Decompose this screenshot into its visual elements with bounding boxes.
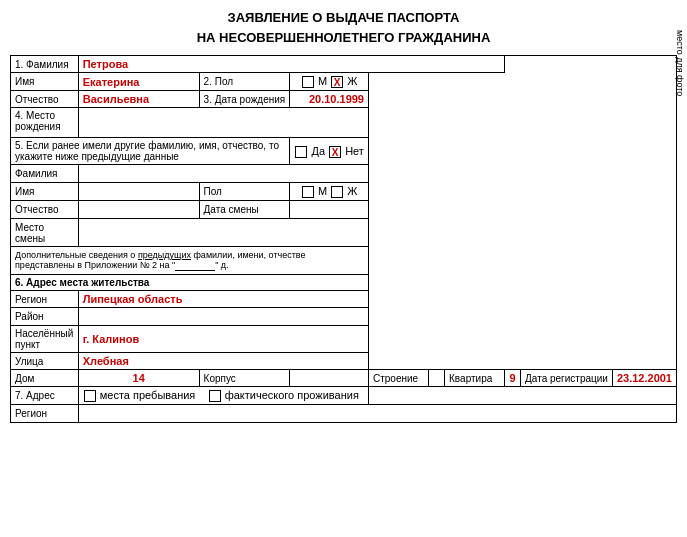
page: место для фото ЗАЯВЛЕНИЕ О ВЫДАЧЕ ПАСПОР…	[0, 0, 687, 431]
ulitsa-label: Улица	[11, 353, 79, 370]
pol-m-label: М	[318, 75, 327, 87]
additional-note-text2: " д.	[215, 260, 228, 270]
stroenie-value	[429, 370, 445, 387]
prev-names-label: 5. Если ранее имели другие фамилию, имя,…	[11, 138, 290, 165]
korpus-value	[290, 370, 369, 387]
table-row: 4. Место рождения	[11, 108, 677, 138]
table-row: Отчество Дата смены	[11, 201, 677, 219]
dob-value: 20.10.1999	[290, 91, 369, 108]
mesta-prebyvaniya-checkbox	[84, 390, 96, 402]
fakt-prozhivaniya-checkbox	[209, 390, 221, 402]
address-label: 6. Адрес места жительства	[11, 275, 369, 291]
dom-label: Дом	[11, 370, 79, 387]
region2-value	[78, 405, 676, 423]
region-label: Регион	[11, 291, 79, 308]
table-row: 5. Если ранее имели другие фамилию, имя,…	[11, 138, 677, 165]
data-registracii-value: 23.12.2001	[612, 370, 676, 387]
ulitsa-value: Хлебная	[78, 353, 368, 370]
prev-imya-label: Имя	[11, 183, 79, 201]
prev-familiya-value	[78, 165, 368, 183]
nasel-punkt-value: г. Калинов	[78, 326, 368, 353]
pol-checkboxes: М X Ж	[290, 73, 369, 91]
prev-pol-label: Пол	[199, 183, 290, 201]
table-row: 6. Адрес места жительства	[11, 275, 677, 291]
fakt-prozhivaniya-label: фактического проживания	[225, 389, 359, 401]
pol-label: 2. Пол	[199, 73, 290, 91]
additional-note-text: Дополнительные сведения о предыдущих фам…	[15, 250, 306, 270]
dob-label: 3. Дата рождения	[199, 91, 290, 108]
table-row: Улица Хлебная	[11, 353, 677, 370]
imya-value: Екатерина	[78, 73, 199, 91]
region-value: Липецкая область	[78, 291, 368, 308]
prev-otchestvo-value	[78, 201, 199, 219]
kvartira-value: 9	[505, 370, 521, 387]
da-checkbox	[295, 146, 307, 158]
prev-familiya-label: Фамилия	[11, 165, 79, 183]
kvartira-label: Квартира	[445, 370, 505, 387]
familiya-label: 1. Фамилия	[11, 56, 79, 73]
adres7-empty	[369, 387, 677, 405]
region2-label: Регион	[11, 405, 79, 423]
dom-value: 14	[78, 370, 199, 387]
prev-pol-checkboxes: М Ж	[290, 183, 369, 201]
stroenie-label: Строение	[369, 370, 429, 387]
page-title: ЗАЯВЛЕНИЕ О ВЫДАЧЕ ПАСПОРТА НА НЕСОВЕРШЕ…	[10, 8, 677, 47]
table-row: Район	[11, 308, 677, 326]
prev-data-smeny-label: Дата смены	[199, 201, 290, 219]
table-row: 1. Фамилия Петрова	[11, 56, 677, 73]
prev-pol-zh-label: Ж	[347, 185, 357, 197]
otchestvo-value: Васильевна	[78, 91, 199, 108]
table-row: Фамилия	[11, 165, 677, 183]
prev-mesto-smeny-value	[78, 219, 368, 247]
prev-imya-value	[78, 183, 199, 201]
otchestvo-label: Отчество	[11, 91, 79, 108]
familiya-value: Петрова	[78, 56, 504, 73]
prev-data-smeny-value	[290, 201, 369, 219]
table-row: Место смены	[11, 219, 677, 247]
adres7-label: 7. Адрес	[11, 387, 79, 405]
side-text: место для фото	[674, 30, 685, 96]
table-row: Дополнительные сведения о предыдущих фам…	[11, 247, 677, 275]
table-row: Регион Липецкая область	[11, 291, 677, 308]
table-row: Дом 14 Корпус Строение Квартира 9 Дата р…	[11, 370, 677, 387]
rayon-label: Район	[11, 308, 79, 326]
prev-pol-zh-checkbox	[331, 186, 343, 198]
pol-zh-checkbox: X	[331, 76, 343, 88]
table-row: Имя Екатерина 2. Пол М X Ж	[11, 73, 677, 91]
form-table: 1. Фамилия Петрова Имя Екатерина 2. Пол …	[10, 55, 677, 423]
table-row: 7. Адрес места пребывания фактического п…	[11, 387, 677, 405]
net-label: Нет	[345, 145, 364, 157]
imya-label: Имя	[11, 73, 79, 91]
korpus-label: Корпус	[199, 370, 290, 387]
adres7-checkboxes: места пребывания фактического проживания	[78, 387, 368, 405]
prev-otchestvo-label: Отчество	[11, 201, 79, 219]
prev-mesto-smeny-label: Место смены	[11, 219, 79, 247]
net-checkbox: X	[329, 146, 341, 158]
rayon-value	[78, 308, 368, 326]
da-label: Да	[311, 145, 325, 157]
nasel-punkt-label: Населённый пункт	[11, 326, 79, 353]
prev-pol-m-label: М	[318, 185, 327, 197]
table-row: Отчество Васильевна 3. Дата рождения 20.…	[11, 91, 677, 108]
da-net-checkboxes: Да X Нет	[290, 138, 369, 165]
data-registracii-label: Дата регистрации	[521, 370, 613, 387]
table-row: Населённый пункт г. Калинов	[11, 326, 677, 353]
additional-note: Дополнительные сведения о предыдущих фам…	[11, 247, 369, 275]
pol-m-checkbox	[302, 76, 314, 88]
mesta-prebyvaniya-label: места пребывания	[100, 389, 196, 401]
prev-pol-m-checkbox	[302, 186, 314, 198]
mesto-rozhdeniya-label: 4. Место рождения	[11, 108, 79, 138]
pol-zh-label: Ж	[347, 75, 357, 87]
table-row: Регион	[11, 405, 677, 423]
table-row: Имя Пол М Ж	[11, 183, 677, 201]
mesto-rozhdeniya-value	[78, 108, 368, 138]
